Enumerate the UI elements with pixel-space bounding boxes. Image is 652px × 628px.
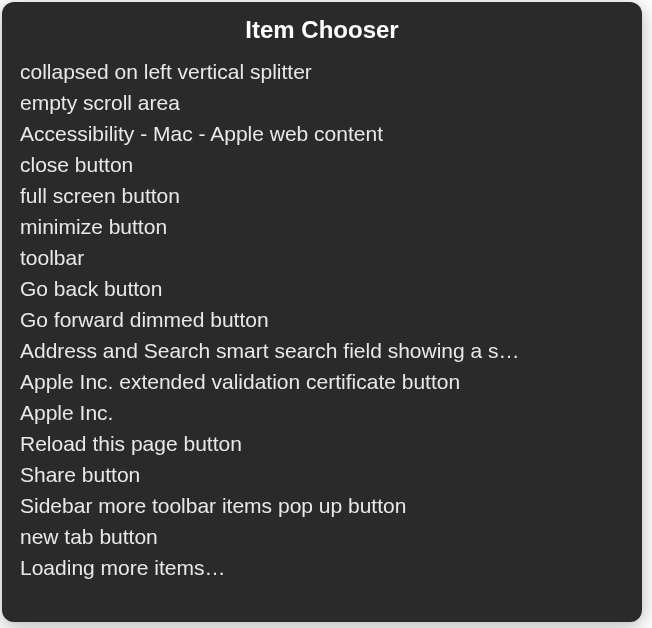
list-item[interactable]: Address and Search smart search field sh… [20, 335, 624, 366]
list-item[interactable]: Apple Inc. [20, 397, 624, 428]
list-item[interactable]: minimize button [20, 211, 624, 242]
list-item[interactable]: full screen button [20, 180, 624, 211]
list-item[interactable]: empty scroll area [20, 87, 624, 118]
list-item[interactable]: Go back button [20, 273, 624, 304]
panel-title: Item Chooser [20, 16, 624, 44]
list-item[interactable]: Accessibility - Mac - Apple web content [20, 118, 624, 149]
item-chooser-panel: Item Chooser collapsed on left vertical … [2, 2, 642, 622]
list-item[interactable]: Loading more items… [20, 552, 624, 583]
list-item[interactable]: new tab button [20, 521, 624, 552]
list-item[interactable]: Go forward dimmed button [20, 304, 624, 335]
list-item[interactable]: toolbar [20, 242, 624, 273]
list-item[interactable]: Share button [20, 459, 624, 490]
list-item[interactable]: Sidebar more toolbar items pop up button [20, 490, 624, 521]
list-item[interactable]: collapsed on left vertical splitter [20, 56, 624, 87]
item-list: collapsed on left vertical splitterempty… [20, 56, 624, 583]
list-item[interactable]: close button [20, 149, 624, 180]
list-item[interactable]: Reload this page button [20, 428, 624, 459]
list-item[interactable]: Apple Inc. extended validation certifica… [20, 366, 624, 397]
